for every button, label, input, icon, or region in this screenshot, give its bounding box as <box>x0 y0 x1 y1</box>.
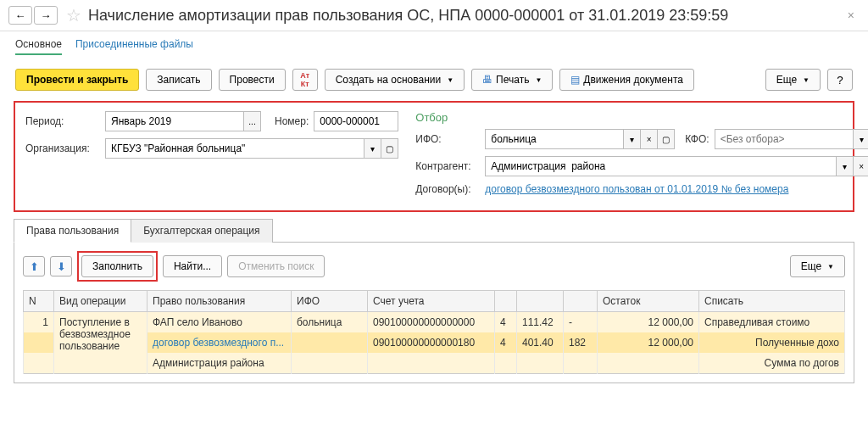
org-input[interactable] <box>105 138 364 159</box>
help-button[interactable]: ? <box>827 69 853 91</box>
ifo-dropdown-button[interactable]: ▾ <box>624 129 641 149</box>
ifo-clear-button[interactable]: × <box>641 129 658 149</box>
data-grid[interactable]: N Вид операции Право пользования ИФО Сче… <box>23 290 845 374</box>
page-title: Начисление амортизации прав пользования … <box>88 7 843 25</box>
move-down-button[interactable]: ⬇ <box>50 256 72 276</box>
chevron-down-icon: ▼ <box>803 76 810 84</box>
selection-title: Отбор <box>415 111 868 124</box>
favorite-icon[interactable]: ☆ <box>66 5 81 25</box>
table-more-button[interactable]: Еще▼ <box>790 255 845 277</box>
save-button[interactable]: Записать <box>146 69 211 91</box>
ifo-label: ИФО: <box>415 133 480 145</box>
period-select-button[interactable]: ... <box>244 111 261 131</box>
dk-icon-button[interactable]: АтКт <box>292 69 318 91</box>
kfo-dropdown-button[interactable]: ▾ <box>854 129 868 149</box>
tab-accounting-operation[interactable]: Бухгалтерская операция <box>131 219 272 243</box>
col-c2[interactable] <box>517 291 564 312</box>
tab-usage-rights[interactable]: Права пользования <box>14 219 131 243</box>
subtab-main[interactable]: Основное <box>15 38 62 55</box>
chevron-down-icon: ▼ <box>535 76 542 84</box>
document-icon: ▤ <box>570 74 580 86</box>
org-open-button[interactable]: ▢ <box>381 138 398 159</box>
cancel-find-button[interactable]: Отменить поиск <box>227 255 325 277</box>
counterparty-dropdown-button[interactable]: ▾ <box>837 156 854 176</box>
chevron-down-icon: ▼ <box>827 263 834 271</box>
number-input[interactable] <box>314 111 398 131</box>
create-based-on-button[interactable]: Создать на основании▼ <box>325 69 465 91</box>
org-dropdown-button[interactable]: ▾ <box>364 138 381 159</box>
movements-button[interactable]: ▤Движения документа <box>559 69 694 91</box>
table-row[interactable]: Администрация района Сумма по догов <box>24 353 845 374</box>
col-balance[interactable]: Остаток <box>598 291 699 312</box>
col-write-off[interactable]: Списать <box>699 291 845 312</box>
dk-icon: АтКт <box>300 71 309 88</box>
grid-header-row: N Вид операции Право пользования ИФО Сче… <box>24 291 845 312</box>
close-icon[interactable]: × <box>843 7 860 24</box>
kfo-input[interactable] <box>715 129 854 149</box>
post-button[interactable]: Провести <box>219 69 286 91</box>
find-button[interactable]: Найти... <box>163 255 222 277</box>
print-button[interactable]: 🖶Печать▼ <box>471 69 553 91</box>
print-icon: 🖶 <box>482 74 492 86</box>
kfo-label: КФО: <box>685 133 709 145</box>
ifo-open-button[interactable]: ▢ <box>658 129 675 149</box>
period-input[interactable] <box>105 111 244 131</box>
more-button[interactable]: Еще▼ <box>765 69 821 91</box>
fill-button[interactable]: Заполнить <box>81 255 153 277</box>
move-up-button[interactable]: ⬆ <box>23 256 45 276</box>
period-label: Период: <box>25 115 100 127</box>
col-n[interactable]: N <box>24 291 54 312</box>
table-row[interactable]: 1 Поступление в безвозмездное пользовани… <box>24 312 845 333</box>
subtab-attached-files[interactable]: Присоединенные файлы <box>75 38 193 55</box>
col-ifo[interactable]: ИФО <box>292 291 368 312</box>
filter-panel: Период: ... Номер: Организация: ▾ ▢ Отбо… <box>14 101 854 212</box>
col-account[interactable]: Счет учета <box>368 291 495 312</box>
contracts-link[interactable]: договор безвозмездного пользован от 01.0… <box>485 183 788 195</box>
post-and-close-button[interactable]: Провести и закрыть <box>15 69 139 91</box>
fill-highlight: Заполнить <box>77 251 158 282</box>
col-right[interactable]: Право пользования <box>147 291 292 312</box>
nav-back-button[interactable]: ← <box>8 6 32 25</box>
counterparty-clear-button[interactable]: × <box>854 156 868 176</box>
ifo-input[interactable] <box>485 129 624 149</box>
org-label: Организация: <box>25 142 100 154</box>
col-op-type[interactable]: Вид операции <box>54 291 147 312</box>
nav-forward-button[interactable]: → <box>34 6 58 25</box>
number-label: Номер: <box>275 115 309 127</box>
contracts-label: Договор(ы): <box>415 183 480 195</box>
counterparty-label: Контрагент: <box>415 160 480 172</box>
table-row[interactable]: договор безвозмездного п... 090100000000… <box>24 332 845 353</box>
col-c3[interactable] <box>564 291 598 312</box>
col-c1[interactable] <box>495 291 517 312</box>
chevron-down-icon: ▼ <box>447 76 453 84</box>
counterparty-input[interactable] <box>485 156 836 176</box>
